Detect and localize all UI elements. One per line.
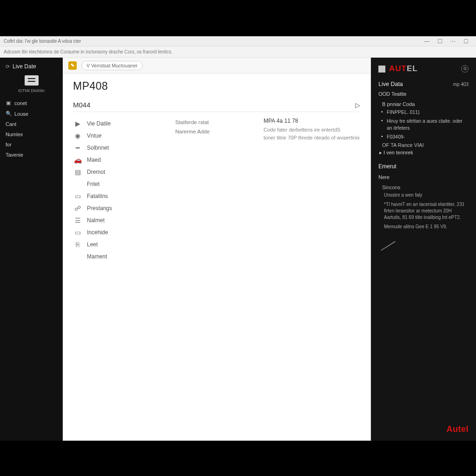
node-icon: ━ xyxy=(73,144,82,152)
list-item[interactable]: ◉Vntue xyxy=(73,130,161,142)
list-label: Solbnnet xyxy=(87,145,109,151)
right-bullet: FINPPEL. 011) xyxy=(381,108,469,117)
list-item[interactable]: ▤Dremot xyxy=(73,166,161,178)
sidebar-item-label: Louse xyxy=(14,111,28,117)
list-label: Fatalitns xyxy=(87,193,108,199)
right-heading-emeut: Emerut xyxy=(378,163,469,170)
camera-icon: ▶ xyxy=(73,120,82,127)
play-icon[interactable]: ▷ xyxy=(355,101,360,109)
device-icon xyxy=(25,75,39,86)
right-bullet: F03409- xyxy=(381,132,469,141)
subsection-title: M044 xyxy=(73,101,91,109)
window-menu-button[interactable]: ⋯ xyxy=(446,38,459,45)
brand-square-icon xyxy=(378,66,385,73)
sidebar: ⟳ Live Date IDTMt Dtishitn ▣ conet 🔍 Lou… xyxy=(0,58,63,441)
page-title: MP408 xyxy=(73,80,360,93)
sidebar-device-caption: IDTMt Dtishitn xyxy=(0,88,63,93)
refresh-icon: ⟳ xyxy=(6,64,10,70)
right-subtitle: OOD Teatite xyxy=(378,91,469,97)
detail-column: MPA 4a 11 78 Code fater derbeltens ire e… xyxy=(264,118,360,263)
right-title-row: Live Data mp 403 xyxy=(378,81,469,87)
sidebar-item-course[interactable]: 🔍 Louse xyxy=(0,108,63,119)
title-bar: Coftrl dia: I'w gle bonastle A vdoa cter… xyxy=(0,36,476,46)
sidebar-item-cant[interactable]: Cant xyxy=(0,119,63,129)
brand-footer: Autel xyxy=(378,406,469,434)
control-icon: ▣ xyxy=(6,100,11,106)
list-item[interactable]: 🚗Maed xyxy=(73,154,161,166)
window-minimize-button[interactable]: — xyxy=(420,38,433,45)
sidebar-item-label: Numlex xyxy=(6,132,23,137)
list-label: Leet xyxy=(87,241,98,248)
folder-icon: ▭ xyxy=(73,229,82,236)
right-para: *TI havniT en an tacerisal elantiter, 23… xyxy=(384,201,469,221)
workspace-chip[interactable]: V Verrstsat Muctouaner xyxy=(81,61,143,70)
main-content: ✎ V Verrstsat Muctouaner MP408 M044 ▷ ▶V… xyxy=(63,58,371,441)
bars-icon: ▤ xyxy=(73,168,82,176)
list-label: Vie Datile xyxy=(87,120,111,127)
list-item[interactable]: ━Solbnnet xyxy=(73,142,161,154)
gauge-needle-icon xyxy=(381,237,469,251)
list-item[interactable]: ⎘Leet xyxy=(73,238,161,251)
feature-list: ▶Vie Datile ◉Vntue ━Solbnnet 🚗Maed ▤Drem… xyxy=(73,118,161,263)
detail-heading: MPA 4a 11 78 xyxy=(264,118,360,124)
sidebar-header-label: Live Date xyxy=(13,63,36,70)
list-item[interactable]: ▶Vie Datile xyxy=(73,118,161,130)
right-para: Unsstre a wen faly xyxy=(384,192,469,198)
right-label: Nere xyxy=(378,174,469,180)
car-icon: 🚗 xyxy=(73,156,82,164)
magnifier-icon: 🔍 xyxy=(6,111,11,117)
sidebar-header-live-data[interactable]: ⟳ Live Date xyxy=(0,60,63,73)
window-maximize-button[interactable]: ☐ xyxy=(433,38,446,45)
stack-icon: ☰ xyxy=(73,217,82,224)
settings-ring-icon[interactable]: ⦿ xyxy=(461,65,469,73)
link-icon: ☍ xyxy=(73,205,82,212)
list-item[interactable]: Fntet xyxy=(73,178,161,190)
right-bullets: FINPPEL. 011) Hiruy tre sitrttan a aues … xyxy=(378,108,469,141)
right-key: Sincons xyxy=(382,185,469,190)
sidebar-item-control[interactable]: ▣ conet xyxy=(0,98,63,108)
window-icon: ▭ xyxy=(73,192,82,200)
right-bullet: Hiruy tre sitrttan a aues claite. oder a… xyxy=(381,117,469,132)
tag-icon: ⎘ xyxy=(73,241,82,248)
list-item[interactable]: ▭Fatalitns xyxy=(73,190,161,202)
info-label: Statferde rstat xyxy=(175,118,250,127)
list-item[interactable]: ☍Prestangs xyxy=(73,202,161,214)
app-window: Coftrl dia: I'w gle bonastle A vdoa cter… xyxy=(0,36,476,441)
detail-line: Code fater derbeltens ire enlertdS xyxy=(264,126,360,134)
sidebar-item-label: Cant xyxy=(6,121,16,127)
brand-row: AUTEL ⦿ xyxy=(378,64,469,73)
list-item[interactable]: Mament xyxy=(73,251,161,263)
list-item[interactable]: ☰Nalmet xyxy=(73,214,161,226)
right-para: Memude alitns Gee E 1 95 V9. xyxy=(384,224,469,230)
sidebar-item-label: Tavenie xyxy=(6,152,23,158)
sidebar-item-tavenie[interactable]: Tavenie xyxy=(0,150,63,160)
sidebar-device-block[interactable]: IDTMt Dtishitn xyxy=(0,73,63,98)
toolbar: ✎ V Verrstsat Muctouaner xyxy=(63,58,370,73)
list-label: Maed xyxy=(87,157,101,163)
list-label: Prestangs xyxy=(87,205,112,212)
list-label: Fntet xyxy=(87,181,99,187)
right-key: OF TA Rance VIAI xyxy=(382,142,469,148)
list-label: Nalmet xyxy=(87,217,105,224)
info-label: Narerme Adde xyxy=(175,127,250,136)
list-item[interactable]: ▭Incehide xyxy=(73,226,161,238)
sidebar-item-numlex[interactable]: Numlex xyxy=(0,129,63,139)
right-panel: AUTEL ⦿ Live Data mp 403 OOD Teatite B p… xyxy=(371,58,476,441)
list-label: Vntue xyxy=(87,132,101,139)
sidebar-item-for[interactable]: for xyxy=(0,139,63,150)
brand-logo: AUTEL xyxy=(389,64,418,73)
address-text: Adcosm ltin klechtomns de Coraume in inc… xyxy=(4,49,172,54)
list-label: Dremot xyxy=(87,169,105,175)
sidebar-item-label: for xyxy=(6,142,12,147)
address-bar: Adcosm ltin klechtomns de Coraume in inc… xyxy=(0,46,476,58)
sidebar-item-label: conet xyxy=(14,100,27,106)
window-title: Coftrl dia: I'w gle bonastle A vdoa cter xyxy=(4,39,81,44)
info-column: Statferde rstat Narerme Adde xyxy=(175,118,250,263)
window-close-button[interactable]: ☐ xyxy=(459,38,472,45)
list-label: Incehide xyxy=(87,229,108,236)
right-panel-title: Live Data xyxy=(378,81,403,87)
right-key: B pnniar Coda xyxy=(382,101,469,107)
list-label: Mament xyxy=(87,253,107,260)
page-body: MP408 M044 ▷ ▶Vie Datile ◉Vntue ━Solbnne… xyxy=(63,73,370,441)
subsection-header: M044 ▷ xyxy=(73,101,360,112)
